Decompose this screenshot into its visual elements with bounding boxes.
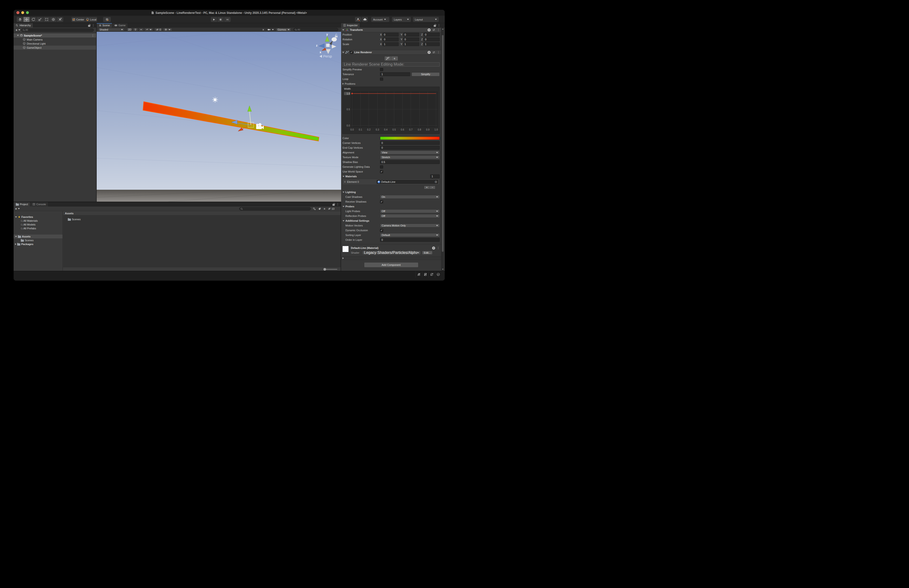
2d-toggle-button[interactable]: 2D	[127, 28, 133, 31]
draw-mode-dropdown[interactable]: Shaded	[98, 28, 125, 31]
lock-icon[interactable]	[333, 204, 335, 206]
foldout-open-icon[interactable]	[17, 35, 19, 36]
component-enabled-checkbox[interactable]	[350, 51, 353, 54]
hand-tool-button[interactable]	[17, 17, 23, 22]
presets-icon[interactable]	[432, 51, 435, 54]
kebab-menu-icon[interactable]: ⋮	[437, 28, 440, 31]
directional-light-gizmo[interactable]	[212, 97, 218, 103]
simplify-button[interactable]: Simplify	[412, 72, 440, 76]
foldout-open-icon[interactable]	[343, 176, 345, 177]
scrollbar-thumb[interactable]	[442, 35, 443, 252]
move-tool-button[interactable]	[23, 17, 30, 22]
hierarchy-row-gameobject[interactable]: GameObject	[14, 45, 96, 50]
foldout-open-icon[interactable]	[343, 206, 345, 207]
receive-shadows-checkbox[interactable]	[380, 200, 383, 203]
cache-server-disabled-icon[interactable]	[422, 271, 429, 278]
close-window-button[interactable]	[16, 11, 19, 14]
tree-row-scenes[interactable]: Scenes	[14, 238, 63, 242]
position-y-field[interactable]: 0	[403, 33, 419, 37]
minimize-window-button[interactable]	[21, 11, 24, 14]
persp-label[interactable]: Persp	[323, 54, 332, 58]
rotation-z-field[interactable]: 0	[424, 37, 440, 41]
object-picker-icon[interactable]: ⊙	[435, 180, 437, 184]
rotate-tool-button[interactable]	[30, 17, 37, 22]
add-component-button[interactable]: Add Component	[364, 262, 419, 268]
rotation-x-field[interactable]: 0	[382, 37, 399, 41]
reflection-probes-dropdown[interactable]: Off	[380, 214, 440, 218]
drag-handle-icon[interactable]: ≡	[344, 180, 346, 184]
additional-settings-row[interactable]: Additional Settings	[341, 218, 441, 223]
foldout-open-icon[interactable]	[343, 192, 345, 193]
tab-scene[interactable]: Scene	[97, 23, 112, 27]
zoom-slider[interactable]	[324, 269, 337, 270]
tab-console[interactable]: Console	[30, 202, 48, 207]
tree-row-all-models[interactable]: All Models	[14, 223, 63, 226]
motion-vectors-dropdown[interactable]: Camera Motion Only	[380, 224, 440, 228]
tab-project[interactable]: Project	[14, 202, 30, 207]
materials-size-input[interactable]: 1	[430, 174, 440, 178]
line-renderer-header[interactable]: Line Renderer ⋮	[341, 50, 441, 55]
rect-tool-button[interactable]	[44, 17, 50, 22]
simplify-preview-checkbox[interactable]	[380, 68, 383, 71]
probes-section-row[interactable]: Probes	[341, 204, 441, 209]
rotation-local-button[interactable]: Local	[85, 17, 97, 22]
dynamic-occlusion-checkbox[interactable]	[380, 229, 383, 232]
edit-points-button[interactable]	[384, 56, 391, 61]
scale-x-field[interactable]: 1	[382, 42, 399, 46]
position-z-field[interactable]: 0	[424, 33, 440, 37]
light-probes-dropdown[interactable]: Off	[380, 209, 440, 213]
lighting-section-row[interactable]: Lighting	[341, 190, 441, 194]
width-curve-editor[interactable]: Width 1.0 0.5 0.0	[342, 87, 440, 134]
texture-mode-dropdown[interactable]: Stretch	[380, 155, 440, 159]
hierarchy-row-scene[interactable]: SampleScene* ⋮	[14, 34, 96, 37]
foldout-open-icon[interactable]	[15, 216, 17, 218]
kebab-menu-icon[interactable]: ⋮	[91, 34, 94, 37]
add-object-button[interactable]: +	[16, 28, 18, 32]
rotation-y-field[interactable]: 0	[403, 37, 419, 41]
scene-viewport[interactable]: y z x Persp	[97, 32, 341, 202]
pause-button[interactable]	[217, 17, 224, 22]
lock-icon[interactable]	[88, 25, 90, 27]
scene-lighting-toggle[interactable]	[133, 28, 138, 31]
hierarchy-search[interactable]	[21, 28, 94, 32]
kebab-menu-icon[interactable]: ⋮	[92, 24, 95, 27]
scene-search-input[interactable]	[298, 28, 337, 31]
shader-dropdown[interactable]: Legacy Shaders/Particles/Alpha Blended P	[362, 251, 421, 255]
scene-grid-dropdown[interactable]	[163, 28, 172, 31]
materials-row[interactable]: Materials 1	[341, 174, 441, 179]
tab-game[interactable]: Game	[112, 23, 128, 27]
favorites-filter-icon[interactable]: ★	[323, 207, 326, 210]
pivot-center-button[interactable]: Center	[71, 17, 85, 22]
hidden-objects-button[interactable]: 0	[154, 28, 162, 31]
scale-y-field[interactable]: 1	[403, 42, 419, 46]
kebab-menu-icon[interactable]: ⋮	[437, 51, 440, 54]
custom-tool-button[interactable]	[57, 17, 63, 22]
tree-row-favorites[interactable]: ★ Favorites	[14, 215, 63, 219]
play-button[interactable]	[211, 17, 217, 22]
transform-header[interactable]: Transform ⋮	[341, 27, 441, 32]
layout-dropdown[interactable]: Layout	[413, 17, 439, 22]
chevron-down-icon[interactable]	[18, 208, 20, 210]
debugger-detached-icon[interactable]	[416, 271, 422, 278]
step-button[interactable]	[224, 17, 231, 22]
hidden-packages-button[interactable]: 10	[328, 207, 335, 210]
scene-effects-dropdown[interactable]	[144, 28, 153, 31]
tab-inspector[interactable]: Inspector	[341, 23, 360, 27]
foldout-open-icon[interactable]	[342, 29, 344, 31]
position-x-field[interactable]: 0	[382, 33, 399, 37]
foldout-closed-icon[interactable]	[15, 243, 16, 245]
shadow-bias-input[interactable]: 0.5	[380, 160, 440, 164]
foldout-open-icon[interactable]	[342, 52, 344, 53]
scale-tool-button[interactable]	[37, 17, 43, 22]
use-world-space-checkbox[interactable]	[380, 170, 383, 173]
foldout-closed-icon[interactable]	[343, 257, 344, 259]
help-icon[interactable]	[427, 28, 431, 31]
account-dropdown[interactable]: Account	[371, 17, 389, 22]
search-by-type-icon[interactable]	[313, 207, 316, 210]
auto-refresh-disabled-icon[interactable]	[429, 271, 435, 278]
material-preview-swatch[interactable]	[342, 246, 349, 252]
end-cap-vertices-input[interactable]: 0	[380, 146, 440, 150]
chevron-down-icon[interactable]	[18, 29, 20, 31]
asset-item-scenes[interactable]: Scenes	[63, 217, 341, 221]
inspector-scrollbar[interactable]: ▲ ▼	[441, 27, 444, 271]
